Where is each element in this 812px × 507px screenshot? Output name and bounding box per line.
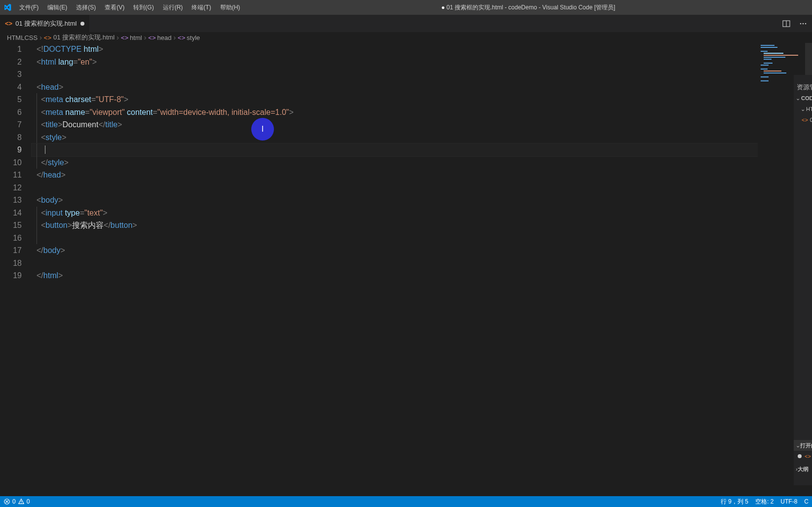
html-file-icon: <> — [802, 117, 808, 123]
explorer-res-header[interactable]: 资源管 — [794, 82, 812, 93]
editor[interactable]: 1234 5678 9101112 13141516 171819 <!DOCT… — [0, 43, 812, 496]
html-file-icon: <> — [44, 34, 51, 41]
chevron-down-icon: ⌄ — [796, 442, 800, 449]
cursor-indicator-icon: I — [251, 118, 274, 141]
chevron-down-icon: ⌄ — [796, 95, 800, 102]
side-panel[interactable]: 资源管 ⌄ CODE ⌄ HT <> 0 ⌄ 打开的 <> › 大纲 — [793, 75, 812, 485]
explorer-file[interactable]: <> 0 — [794, 114, 812, 125]
svg-point-2 — [800, 23, 802, 24]
titlebar: 文件(F) 编辑(E) 选择(S) 查看(V) 转到(G) 运行(R) 终端(T… — [0, 0, 812, 15]
chevron-down-icon: ⌄ — [801, 106, 805, 112]
symbol-icon: <> — [148, 34, 155, 41]
chevron-right-icon: › — [39, 34, 42, 41]
svg-point-9 — [21, 503, 21, 503]
open-editor-file[interactable]: <> — [794, 451, 812, 462]
chevron-right-icon: › — [144, 34, 147, 41]
split-editor-icon[interactable] — [782, 20, 790, 28]
menu-bar: 文件(F) 编辑(E) 选择(S) 查看(V) 转到(G) 运行(R) 终端(T… — [15, 3, 244, 12]
menu-edit[interactable]: 编辑(E) — [43, 3, 72, 12]
explorer-section-header[interactable]: ⌄ CODE — [794, 93, 812, 104]
menu-help[interactable]: 帮助(H) — [216, 3, 245, 12]
status-problems[interactable]: 0 0 — [0, 498, 33, 505]
symbol-icon: <> — [121, 34, 128, 41]
menu-file[interactable]: 文件(F) — [15, 3, 43, 12]
editor-tab[interactable]: <> 01 搜索框的实现.html — [0, 15, 90, 32]
status-encoding[interactable]: UTF-8 — [777, 498, 801, 506]
status-eol[interactable]: C — [801, 498, 812, 506]
tab-bar: <> 01 搜索框的实现.html — [0, 15, 812, 32]
menu-go[interactable]: 转到(G) — [129, 3, 158, 12]
html-file-icon: <> — [5, 20, 12, 27]
breadcrumb-symbol[interactable]: html — [130, 34, 142, 41]
svg-point-4 — [805, 23, 807, 24]
breadcrumb-symbol[interactable]: head — [157, 34, 172, 41]
menu-view[interactable]: 查看(V) — [100, 3, 129, 12]
unsaved-indicator-icon — [80, 22, 84, 26]
html-file-icon: <> — [805, 453, 811, 459]
open-editors-section[interactable]: ⌄ 打开的 <> — [794, 440, 812, 462]
status-indentation[interactable]: 空格: 2 — [752, 498, 777, 506]
menu-selection[interactable]: 选择(S) — [72, 3, 100, 12]
status-bar: 0 0 行 9，列 5 空格: 2 UTF-8 C — [0, 496, 812, 507]
vscode-logo-icon — [0, 3, 15, 11]
breadcrumb-folder[interactable]: HTMLCSS — [7, 34, 38, 41]
symbol-icon: <> — [178, 34, 185, 41]
status-cursor-position[interactable]: 行 9，列 5 — [717, 498, 752, 506]
menu-run[interactable]: 运行(R) — [158, 3, 188, 12]
explorer-folder[interactable]: ⌄ HT — [794, 104, 812, 114]
breadcrumb-file[interactable]: 01 搜索框的实现.html — [53, 33, 115, 42]
tab-filename: 01 搜索框的实现.html — [15, 19, 77, 28]
breadcrumb[interactable]: HTMLCSS › <> 01 搜索框的实现.html › <> html › … — [0, 32, 812, 43]
code-area[interactable]: <!DOCTYPE html> <html lang="en"> <head> … — [32, 43, 812, 496]
window-title: ● 01 搜索框的实现.html - codeDemo - Visual Stu… — [244, 3, 812, 12]
chevron-right-icon: › — [116, 34, 119, 41]
more-actions-icon[interactable] — [799, 20, 807, 28]
svg-point-3 — [803, 23, 804, 24]
chevron-right-icon: › — [173, 34, 176, 41]
menu-terminal[interactable]: 终端(T) — [187, 3, 215, 12]
unsaved-indicator-icon — [798, 454, 802, 458]
tab-actions — [782, 15, 812, 32]
outline-section[interactable]: › 大纲 — [794, 464, 812, 474]
line-number-gutter: 1234 5678 9101112 13141516 171819 — [0, 43, 32, 496]
breadcrumb-symbol[interactable]: style — [187, 34, 200, 41]
